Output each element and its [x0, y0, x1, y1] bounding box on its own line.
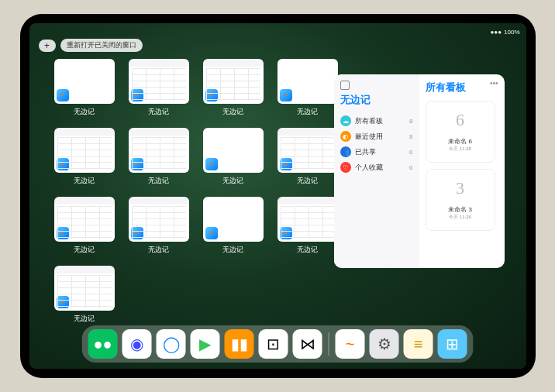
- app-window-label: 无边记: [148, 107, 169, 117]
- app-window-1[interactable]: 无边记: [129, 59, 189, 117]
- app-window-7[interactable]: 无边记: [278, 128, 338, 186]
- more-icon[interactable]: •••: [490, 79, 498, 88]
- screen: ●●● 100% + 重新打开已关闭的窗口 无边记无边记无边记无边记无边记无边记…: [29, 23, 526, 369]
- nav-count: 8: [409, 133, 412, 140]
- app-window-9[interactable]: 无边记: [129, 197, 189, 255]
- nav-label: 最近使用: [355, 132, 383, 142]
- dock-app-quark[interactable]: ◉: [122, 329, 152, 359]
- app-window-4[interactable]: 无边记: [54, 128, 115, 186]
- app-window-10[interactable]: 无边记: [203, 197, 264, 255]
- dock-recent-settings[interactable]: ⚙: [370, 329, 399, 359]
- nav-label: 个人收藏: [355, 163, 383, 173]
- nav-item-1[interactable]: ◐最近使用8: [340, 129, 413, 144]
- board-card-date: 今天 11:28: [449, 146, 471, 153]
- board-card-1[interactable]: 3未命名 3今天 11:26: [426, 169, 495, 231]
- freeform-app-icon: [280, 158, 292, 170]
- app-window-5[interactable]: 无边记: [129, 128, 189, 186]
- dock-separator: [329, 332, 329, 356]
- dock-app-qqbrowser[interactable]: ◯: [157, 329, 186, 359]
- app-window-label: 无边记: [148, 176, 169, 186]
- dock-recent-notes[interactable]: ≡: [404, 329, 433, 359]
- app-window-label: 无边记: [297, 107, 318, 117]
- window-thumb: [129, 59, 189, 104]
- app-window-6[interactable]: 无边记: [203, 128, 264, 186]
- app-window-label: 无边记: [297, 176, 318, 186]
- dock-app-connect[interactable]: ⋈: [293, 329, 322, 359]
- nav-count: 0: [409, 164, 412, 171]
- window-thumb: [54, 266, 115, 311]
- app-window-3[interactable]: 无边记: [278, 59, 338, 117]
- freeform-app-icon: [205, 158, 218, 170]
- dock-app-play[interactable]: ▶: [191, 329, 220, 359]
- panel-right-title: 所有看板: [426, 81, 498, 95]
- freeform-app-icon: [131, 227, 143, 239]
- app-window-2[interactable]: 无边记: [203, 59, 264, 117]
- dock-recent-freeform[interactable]: ~: [336, 329, 365, 359]
- window-thumb: [278, 59, 338, 104]
- board-card-0[interactable]: 6未命名 6今天 11:28: [426, 101, 495, 163]
- window-thumb: [54, 128, 115, 173]
- app-window-label: 无边记: [222, 107, 243, 117]
- app-window-12[interactable]: 无边记: [54, 266, 115, 324]
- nav-item-3[interactable]: ♡个人收藏0: [340, 160, 413, 175]
- nav-icon: ☁: [340, 115, 351, 126]
- freeform-app-icon: [131, 89, 143, 101]
- app-window-0[interactable]: 无边记: [54, 59, 115, 117]
- app-window-8[interactable]: 无边记: [54, 197, 115, 255]
- nav-item-2[interactable]: 👥已共享0: [340, 144, 413, 160]
- freeform-panel[interactable]: ••• 无边记 ☁所有看板8◐最近使用8👥已共享0♡个人收藏0 所有看板 6未命…: [334, 74, 505, 268]
- nav-item-0[interactable]: ☁所有看板8: [340, 113, 413, 129]
- add-window-button[interactable]: +: [39, 40, 56, 52]
- window-thumb: [54, 197, 115, 242]
- wifi-icon: ●●●: [491, 29, 502, 36]
- app-window-label: 无边记: [74, 314, 95, 324]
- freeform-app-icon: [57, 227, 69, 239]
- app-window-label: 无边记: [74, 176, 95, 186]
- nav-icon: ♡: [340, 162, 351, 173]
- top-controls: + 重新打开已关闭的窗口: [39, 39, 143, 52]
- app-window-label: 无边记: [222, 176, 243, 186]
- window-thumb: [129, 128, 189, 173]
- app-window-label: 无边记: [74, 107, 95, 117]
- window-thumb: [278, 197, 338, 242]
- window-thumb: [278, 128, 338, 173]
- freeform-app-icon: [57, 296, 69, 308]
- freeform-app-icon: [205, 89, 218, 101]
- window-thumb: [129, 197, 189, 242]
- dock-app-books[interactable]: ▮▮: [225, 329, 254, 359]
- window-thumb: [54, 59, 115, 104]
- sidebar-toggle-icon[interactable]: [340, 81, 350, 90]
- panel-sidebar: 无边记 ☁所有看板8◐最近使用8👥已共享0♡个人收藏0: [334, 74, 419, 268]
- battery-icon: 100%: [504, 29, 519, 36]
- freeform-app-icon: [57, 89, 69, 101]
- app-window-label: 无边记: [74, 245, 95, 255]
- window-thumb: [203, 59, 264, 104]
- window-thumb: [203, 128, 264, 173]
- freeform-app-icon: [280, 89, 292, 101]
- nav-icon: ◐: [340, 131, 351, 142]
- nav-icon: 👥: [340, 146, 351, 157]
- freeform-app-icon: [205, 227, 218, 239]
- dock: ●●◉◯▶▮▮⊡⋈~⚙≡⊞: [82, 325, 474, 363]
- board-sketch: 3: [446, 174, 474, 202]
- board-card-name: 未命名 3: [448, 205, 472, 214]
- dock-app-dice[interactable]: ⊡: [259, 329, 288, 359]
- panel-content: 所有看板 6未命名 6今天 11:283未命名 3今天 11:26: [419, 74, 505, 268]
- dock-recent-app-library[interactable]: ⊞: [438, 329, 467, 359]
- nav-label: 所有看板: [355, 116, 383, 126]
- app-window-label: 无边记: [222, 245, 243, 255]
- panel-left-title: 无边记: [340, 93, 413, 107]
- app-window-label: 无边记: [297, 245, 318, 255]
- app-window-11[interactable]: 无边记: [278, 197, 338, 255]
- freeform-app-icon: [280, 227, 292, 239]
- board-card-date: 今天 11:26: [449, 214, 471, 221]
- nav-count: 0: [409, 149, 412, 156]
- board-card-name: 未命名 6: [448, 137, 472, 146]
- dock-app-wechat[interactable]: ●●: [88, 329, 118, 359]
- board-sketch: 6: [446, 106, 474, 134]
- nav-label: 已共享: [355, 147, 376, 157]
- window-thumb: [203, 197, 264, 242]
- freeform-app-icon: [131, 158, 143, 170]
- ipad-frame: ●●● 100% + 重新打开已关闭的窗口 无边记无边记无边记无边记无边记无边记…: [20, 14, 536, 378]
- reopen-closed-window-button[interactable]: 重新打开已关闭的窗口: [60, 39, 143, 52]
